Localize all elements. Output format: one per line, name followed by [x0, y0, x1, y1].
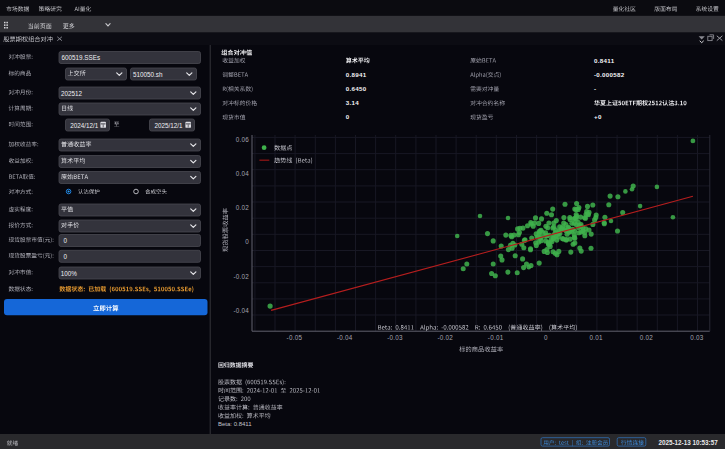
svg-text:-0.000582: -0.000582: [594, 71, 625, 78]
svg-text:-0.04: -0.04: [337, 334, 353, 341]
svg-text:3.14: 3.14: [346, 99, 360, 106]
svg-text:0.04: 0.04: [236, 170, 250, 177]
svg-text:-0.01: -0.01: [488, 334, 504, 341]
svg-text:-: -: [594, 85, 596, 92]
svg-text:0: 0: [64, 237, 68, 244]
svg-text:0.03: 0.03: [690, 334, 704, 341]
svg-text:-0.02: -0.02: [233, 273, 249, 280]
svg-text:100%: 100%: [61, 270, 78, 277]
svg-text:0.06: 0.06: [236, 136, 250, 143]
svg-text:0.6450: 0.6450: [346, 85, 367, 92]
svg-text:0: 0: [346, 113, 350, 120]
svg-text:Beta: 0.8411: Beta: 0.8411: [218, 421, 252, 427]
svg-text:0: 0: [64, 253, 68, 260]
svg-text:600519.SSEs: 600519.SSEs: [62, 54, 101, 61]
svg-text:0: 0: [245, 238, 249, 245]
svg-text:0.02: 0.02: [236, 204, 250, 211]
svg-text:2025-12-13 10:53:57: 2025-12-13 10:53:57: [659, 439, 719, 446]
svg-text:-0.03: -0.03: [387, 334, 403, 341]
svg-text:+0: +0: [594, 113, 602, 120]
svg-text:0.8941: 0.8941: [346, 71, 367, 78]
svg-text:0.8411: 0.8411: [594, 57, 615, 64]
svg-text:510050.sh: 510050.sh: [133, 71, 163, 78]
svg-text:-0.04: -0.04: [233, 307, 249, 314]
svg-text:-0.02: -0.02: [437, 334, 453, 341]
svg-text:0: 0: [544, 334, 548, 341]
svg-text:2024/12/1: 2024/12/1: [70, 122, 99, 129]
svg-text:0.01: 0.01: [590, 334, 604, 341]
svg-text:202512: 202512: [61, 90, 83, 97]
svg-text:0.02: 0.02: [640, 334, 654, 341]
svg-text:2025/12/1: 2025/12/1: [155, 122, 184, 129]
svg-text:-0.05: -0.05: [287, 334, 303, 341]
